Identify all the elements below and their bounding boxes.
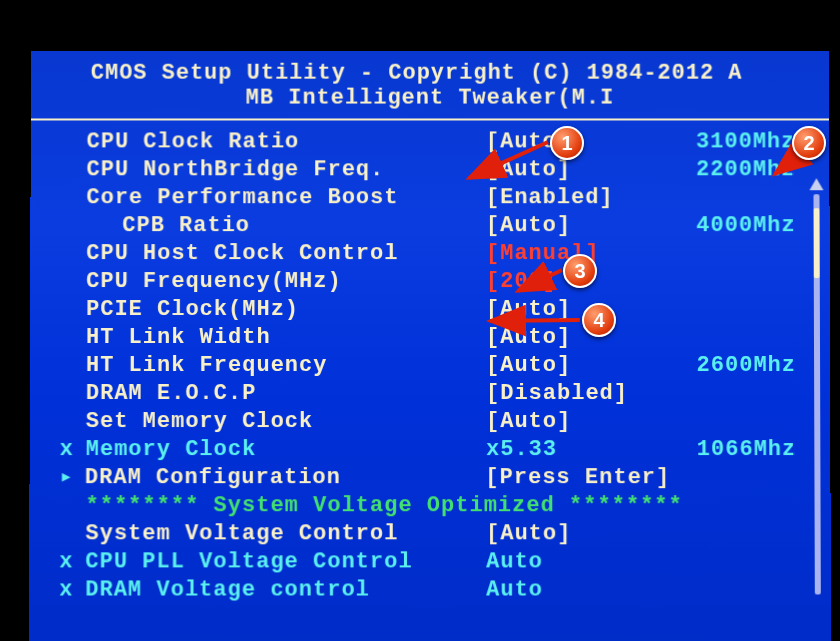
setting-label: CPU PLL Voltage Control: [85, 548, 486, 576]
disabled-marker-icon: x: [59, 576, 85, 604]
annotation-badge: 2: [792, 126, 826, 160]
setting-row: ******** System Voltage Optimized ******…: [59, 492, 810, 520]
setting-readout: 3100Mhz: [666, 128, 806, 156]
setting-readout: 2600Mhz: [666, 352, 806, 380]
setting-value[interactable]: [Auto]: [486, 408, 666, 436]
setting-value[interactable]: Auto: [486, 576, 666, 604]
setting-readout: 2200Mhz: [666, 156, 806, 184]
setting-row[interactable]: Core Performance Boost[Enabled]: [60, 184, 809, 212]
setting-label: CPU Clock Ratio: [87, 128, 486, 156]
setting-value[interactable]: [Auto]: [486, 156, 666, 184]
setting-row[interactable]: System Voltage Control[Auto]: [59, 520, 810, 548]
setting-value[interactable]: [Press Enter]: [485, 464, 670, 492]
setting-value[interactable]: x5.33: [486, 436, 666, 464]
setting-value[interactable]: [Auto]: [486, 212, 666, 240]
setting-value[interactable]: [Disabled]: [486, 380, 666, 408]
setting-row[interactable]: HT Link Width[Auto]: [60, 324, 810, 352]
disabled-marker-icon: x: [60, 436, 86, 464]
setting-label: DRAM E.O.C.P: [86, 380, 486, 408]
setting-label: System Voltage Control: [85, 520, 486, 548]
bios-header: CMOS Setup Utility - Copyright (C) 1984-…: [31, 51, 829, 115]
bios-window: CMOS Setup Utility - Copyright (C) 1984-…: [29, 51, 831, 641]
setting-label: CPU Frequency(MHz): [86, 268, 486, 296]
setting-label: Memory Clock: [86, 436, 486, 464]
setting-label: Set Memory Clock: [86, 408, 486, 436]
setting-label: CPU NorthBridge Freq.: [86, 156, 485, 184]
setting-value[interactable]: [Auto]: [486, 520, 666, 548]
scroll-thumb[interactable]: [814, 208, 820, 278]
setting-row[interactable]: HT Link Frequency[Auto]2600Mhz: [60, 352, 810, 380]
setting-label: DRAM Voltage control: [85, 576, 486, 604]
section-divider: ******** System Voltage Optimized ******…: [85, 492, 810, 520]
settings-list: CPU Clock Ratio[Auto]3100MhzCPU NorthBri…: [29, 128, 831, 604]
setting-readout: 1066Mhz: [666, 436, 806, 464]
setting-label: HT Link Width: [86, 324, 486, 352]
setting-value[interactable]: [Enabled]: [486, 184, 666, 212]
setting-row[interactable]: xCPU PLL Voltage ControlAuto: [59, 548, 811, 576]
annotation-badge: 3: [563, 254, 597, 288]
setting-row[interactable]: CPU Frequency(MHz)[200]: [60, 268, 810, 296]
setting-value[interactable]: [Auto]: [486, 296, 666, 324]
setting-row[interactable]: CPB Ratio[Auto]4000Mhz: [60, 212, 809, 240]
setting-label: Core Performance Boost: [86, 184, 486, 212]
setting-row[interactable]: PCIE Clock(MHz)[Auto]: [60, 296, 810, 324]
header-divider: [31, 118, 829, 120]
header-copyright: CMOS Setup Utility - Copyright (C) 1984-…: [91, 61, 769, 86]
setting-row[interactable]: xMemory Clockx5.331066Mhz: [60, 436, 811, 464]
setting-label: DRAM Configuration: [85, 464, 486, 492]
setting-row[interactable]: Set Memory Clock[Auto]: [60, 408, 811, 436]
setting-readout: 4000Mhz: [666, 212, 806, 240]
scrollbar[interactable]: [809, 178, 825, 641]
setting-label: CPB Ratio: [86, 212, 486, 240]
scroll-up-icon[interactable]: [809, 178, 823, 190]
annotation-badge: 4: [582, 303, 616, 337]
setting-value[interactable]: [Auto]: [486, 324, 666, 352]
setting-row[interactable]: CPU Clock Ratio[Auto]3100Mhz: [61, 128, 810, 156]
setting-row[interactable]: xDRAM Voltage controlAuto: [59, 576, 811, 604]
setting-row[interactable]: DRAM E.O.C.P[Disabled]: [60, 380, 810, 408]
annotation-badge: 1: [550, 126, 584, 160]
setting-row[interactable]: ▸DRAM Configuration[Press Enter]: [60, 464, 811, 492]
setting-row[interactable]: CPU NorthBridge Freq.[Auto]2200Mhz: [61, 156, 810, 184]
setting-value[interactable]: [Auto]: [486, 352, 666, 380]
setting-label: HT Link Frequency: [86, 352, 486, 380]
disabled-marker-icon: x: [59, 548, 85, 576]
setting-label: CPU Host Clock Control: [86, 240, 486, 268]
setting-row[interactable]: CPU Host Clock Control[Manual]: [60, 240, 809, 268]
setting-value[interactable]: Auto: [486, 548, 666, 576]
submenu-arrow-icon: ▸: [60, 464, 85, 492]
scroll-track[interactable]: [813, 194, 820, 594]
header-page-title: MB Intelligent Tweaker(M.I: [91, 86, 770, 111]
setting-label: PCIE Clock(MHz): [86, 296, 486, 324]
